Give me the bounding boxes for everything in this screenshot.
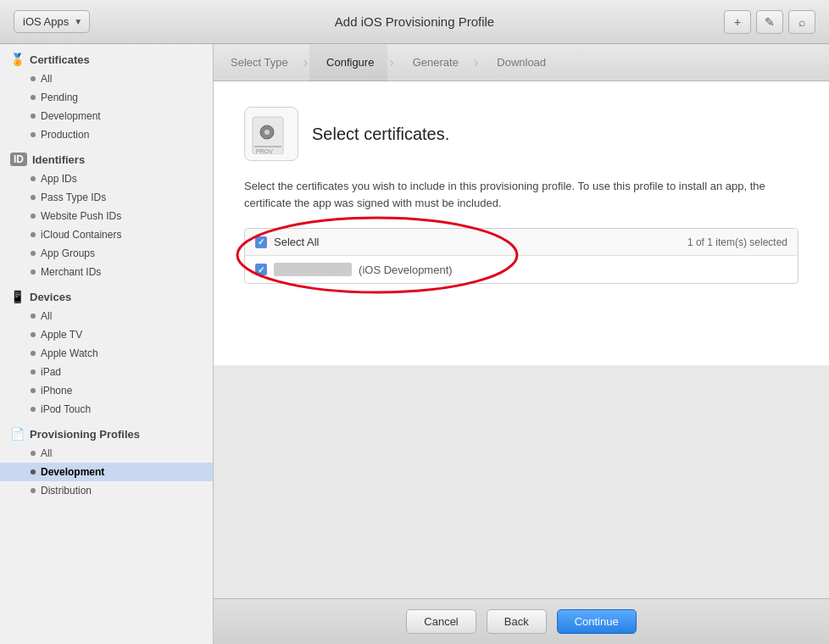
prov-file-icon: PROV [244, 107, 298, 161]
sidebar-section-provisioning: 📄 Provisioning Profiles [0, 419, 213, 444]
sidebar-item-dev-ipad[interactable]: iPad [0, 363, 213, 381]
back-button[interactable]: Back [487, 609, 547, 634]
footer: Cancel Back Continue [214, 598, 829, 644]
sidebar-section-devices: 📱 Devices [0, 281, 213, 307]
sidebar-item-appgroups[interactable]: App Groups [0, 244, 213, 263]
step-label: Generate [413, 56, 459, 69]
step-configure[interactable]: Configure [309, 44, 387, 81]
select-all-checkbox[interactable]: ✓ [255, 236, 267, 248]
provisioning-label: Provisioning Profiles [30, 428, 140, 441]
title-bar: iOS Apps ▼ Add iOS Provisioning Profile … [0, 0, 829, 44]
dot-icon [31, 132, 36, 137]
cancel-button[interactable]: Cancel [406, 609, 476, 634]
steps-bar: Select Type › Configure › Generate › Dow… [214, 44, 829, 81]
cert-list-container: ✓ Select All 1 of 1 item(s) selected ✓ X… [244, 228, 798, 284]
sidebar-item-icloudcontainers[interactable]: iCloud Containers [0, 225, 213, 244]
chevron-icon: › [389, 55, 393, 70]
sidebar-item-cert-all[interactable]: All [0, 69, 213, 88]
sidebar-item-label: All [41, 73, 52, 85]
sidebar-item-dev-applewatch[interactable]: Apple Watch [0, 344, 213, 363]
sidebar-item-label: Development [41, 466, 104, 478]
identifiers-icon: ID [10, 153, 27, 166]
sidebar-item-label: Production [41, 129, 89, 141]
sidebar-item-label: iPad [41, 366, 61, 378]
sidebar-item-prov-distribution[interactable]: Distribution [0, 481, 213, 500]
devices-label: Devices [30, 291, 71, 303]
sidebar-item-label: All [41, 447, 52, 459]
dot-icon [31, 488, 36, 493]
dot-icon [31, 469, 36, 475]
dot-icon [31, 369, 36, 375]
step-download[interactable]: Download [480, 44, 559, 81]
dot-icon [31, 114, 36, 119]
sidebar-item-appids[interactable]: App IDs [0, 169, 213, 188]
dot-icon [31, 451, 36, 456]
dot-icon [31, 269, 36, 275]
content-title: Select certificates. [312, 125, 449, 144]
sidebar-item-dev-all[interactable]: All [0, 307, 213, 325]
svg-point-2 [264, 130, 270, 135]
dot-icon [31, 76, 36, 81]
sidebar-item-label: App IDs [41, 173, 77, 185]
dot-icon [31, 388, 36, 393]
add-button[interactable]: + [724, 10, 751, 34]
continue-button[interactable]: Continue [557, 609, 637, 634]
dot-icon [31, 351, 36, 356]
table-row[interactable]: ✓ XXXXXXXXXX (iOS Development) [245, 256, 798, 283]
sidebar-item-label: iPhone [41, 385, 72, 397]
cert-list: ✓ Select All 1 of 1 item(s) selected ✓ X… [244, 228, 798, 284]
sidebar-item-prov-development[interactable]: Development [0, 463, 213, 481]
cert-count: 1 of 1 item(s) selected [687, 236, 787, 248]
step-label: Select Type [231, 56, 288, 69]
sidebar-item-merchantids[interactable]: Merchant IDs [0, 263, 213, 281]
sidebar-item-dev-ipodtouch[interactable]: iPod Touch [0, 400, 213, 419]
step-generate[interactable]: Generate [396, 44, 472, 81]
content-area: Select Type › Configure › Generate › Dow… [214, 44, 829, 644]
title-bar-actions: + ✎ ⌕ [724, 10, 815, 34]
sidebar-item-cert-pending[interactable]: Pending [0, 88, 213, 107]
sidebar-item-label: Pending [41, 92, 78, 103]
dot-icon [31, 214, 36, 219]
cert-checkbox[interactable]: ✓ [255, 264, 267, 275]
bottom-gray-area [214, 365, 829, 598]
dropdown-label: iOS Apps [23, 15, 69, 28]
select-all-text: Select All [274, 236, 319, 248]
sidebar: 🏅 Certificates All Pending Development P… [0, 44, 214, 644]
checkmark-icon: ✓ [258, 237, 264, 247]
chevron-icon: › [474, 55, 478, 70]
ios-apps-dropdown[interactable]: iOS Apps ▼ [14, 10, 90, 33]
step-select-type[interactable]: Select Type [214, 44, 302, 81]
sidebar-item-label: iPod Touch [41, 403, 91, 415]
dot-icon [31, 251, 36, 256]
provisioning-icon: 📄 [10, 427, 25, 441]
content-header: PROV Select certificates. [244, 107, 798, 161]
search-button[interactable]: ⌕ [788, 10, 815, 34]
sidebar-item-label: All [41, 310, 52, 322]
sidebar-item-label: App Groups [41, 247, 95, 259]
page-title: Add iOS Provisioning Profile [335, 14, 494, 29]
svg-text:PROV: PROV [256, 148, 273, 154]
sidebar-item-passtypeids[interactable]: Pass Type IDs [0, 188, 213, 207]
sidebar-item-dev-iphone[interactable]: iPhone [0, 381, 213, 400]
identifiers-label: Identifiers [32, 153, 85, 166]
sidebar-item-label: Merchant IDs [41, 266, 101, 278]
dot-icon [31, 232, 36, 237]
sidebar-item-prov-all[interactable]: All [0, 444, 213, 463]
sidebar-item-websitepushids[interactable]: Website Push IDs [0, 207, 213, 225]
sidebar-item-cert-production[interactable]: Production [0, 125, 213, 144]
sidebar-item-label: Apple Watch [41, 347, 98, 359]
sidebar-item-label: Apple TV [41, 329, 82, 341]
select-all-label[interactable]: ✓ Select All [255, 236, 319, 248]
cert-type: (iOS Development) [359, 264, 453, 276]
cert-name-redacted: XXXXXXXXXX [274, 263, 352, 276]
edit-button[interactable]: ✎ [756, 10, 783, 34]
content-main: PROV Select certificates. Select the cer… [214, 81, 829, 365]
sidebar-item-label: Development [41, 110, 101, 122]
sidebar-item-cert-development[interactable]: Development [0, 107, 213, 125]
main-layout: 🏅 Certificates All Pending Development P… [0, 44, 829, 644]
dot-icon [31, 314, 36, 319]
step-label: Download [497, 56, 546, 69]
dot-icon [31, 176, 36, 181]
sidebar-item-dev-appletv[interactable]: Apple TV [0, 325, 213, 344]
content-description: Select the certificates you wish to incl… [244, 178, 798, 211]
